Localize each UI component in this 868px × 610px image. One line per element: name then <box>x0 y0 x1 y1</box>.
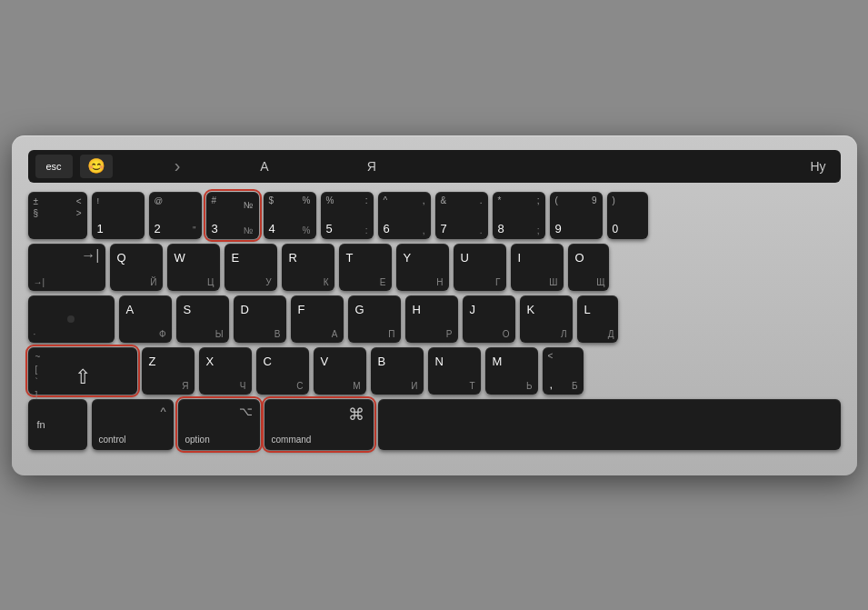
key-i[interactable]: I Ш <box>511 244 564 291</box>
key-v[interactable]: V М <box>314 347 366 395</box>
key-7[interactable]: & . 7 . <box>435 192 488 239</box>
key-n[interactable]: N Т <box>428 347 481 395</box>
key-4[interactable]: $ % 4 % <box>264 192 316 239</box>
key-control[interactable]: ^ control <box>92 399 174 450</box>
key-r[interactable]: R К <box>282 244 334 291</box>
key-g[interactable]: G П <box>348 295 401 343</box>
key-comma-partial[interactable]: < , Б <box>543 347 584 395</box>
asdf-row: · A Ф S Ы D В F А <box>28 295 841 343</box>
key-c[interactable]: C С <box>256 347 309 395</box>
key-q[interactable]: Q Й <box>110 244 163 291</box>
key-shift-left[interactable]: ~[`] ⇧ <box>28 347 137 395</box>
key-9[interactable]: ( 9 9 <box>550 192 603 239</box>
key-z[interactable]: Z Я <box>142 347 195 395</box>
key-3[interactable]: # № 3 № <box>206 192 259 239</box>
key-6[interactable]: ^ , 6 , <box>378 192 431 239</box>
key-backtick[interactable]: ±§ <> <box>28 192 87 239</box>
esc-key[interactable]: esc <box>35 155 73 178</box>
key-l-partial[interactable]: L Д <box>577 295 618 343</box>
key-5[interactable]: % : 5 : <box>321 192 374 239</box>
key-command[interactable]: ⌘ command <box>264 399 374 450</box>
keyboard-rows: ±§ <> ! 1 @ 2 " <box>28 192 841 450</box>
key-t[interactable]: T Е <box>339 244 392 291</box>
chevron-icon: › <box>175 155 181 176</box>
emoji-key[interactable]: 😊 <box>80 155 113 178</box>
bottom-row: fn ^ control ⌥ option ⌘ command <box>28 399 841 450</box>
key-u[interactable]: U Г <box>454 244 506 291</box>
touch-letter-a: A <box>260 159 268 174</box>
touch-nu: Ну <box>810 159 825 174</box>
key-y[interactable]: Y Н <box>396 244 449 291</box>
key-space[interactable] <box>378 399 841 450</box>
key-j[interactable]: J О <box>463 295 515 343</box>
key-fn[interactable]: fn <box>28 399 87 450</box>
key-option[interactable]: ⌥ option <box>178 399 260 450</box>
key-s[interactable]: S Ы <box>176 295 229 343</box>
key-1[interactable]: ! 1 <box>92 192 145 239</box>
touch-letter-ya: Я <box>367 159 376 174</box>
key-e[interactable]: E У <box>224 244 277 291</box>
key-tab[interactable]: →| →| <box>28 244 105 291</box>
key-f[interactable]: F А <box>291 295 344 343</box>
number-row: ±§ <> ! 1 @ 2 " <box>28 192 841 239</box>
zxcv-row: ~[`] ⇧ Z Я X Ч C С V М <box>28 347 841 395</box>
keyboard: esc 😊 › A Я Ну ±§ <> ! 1 <box>12 135 857 475</box>
key-d[interactable]: D В <box>234 295 286 343</box>
touch-bar: esc 😊 › A Я Ну <box>28 150 841 183</box>
key-k[interactable]: K Л <box>520 295 573 343</box>
key-o-partial[interactable]: O Щ <box>568 244 609 291</box>
key-x[interactable]: X Ч <box>199 347 252 395</box>
qwerty-row: →| →| Q Й W Ц E У R К <box>28 244 841 291</box>
key-2[interactable]: @ 2 " <box>149 192 202 239</box>
key-a[interactable]: A Ф <box>119 295 172 343</box>
key-b[interactable]: B И <box>371 347 424 395</box>
key-partial-right[interactable]: ) 0 <box>607 192 648 239</box>
key-m[interactable]: M Ь <box>485 347 538 395</box>
key-8[interactable]: * ; 8 ; <box>493 192 545 239</box>
key-w[interactable]: W Ц <box>167 244 220 291</box>
key-capslock[interactable]: · <box>28 295 115 343</box>
key-h[interactable]: H Р <box>405 295 458 343</box>
